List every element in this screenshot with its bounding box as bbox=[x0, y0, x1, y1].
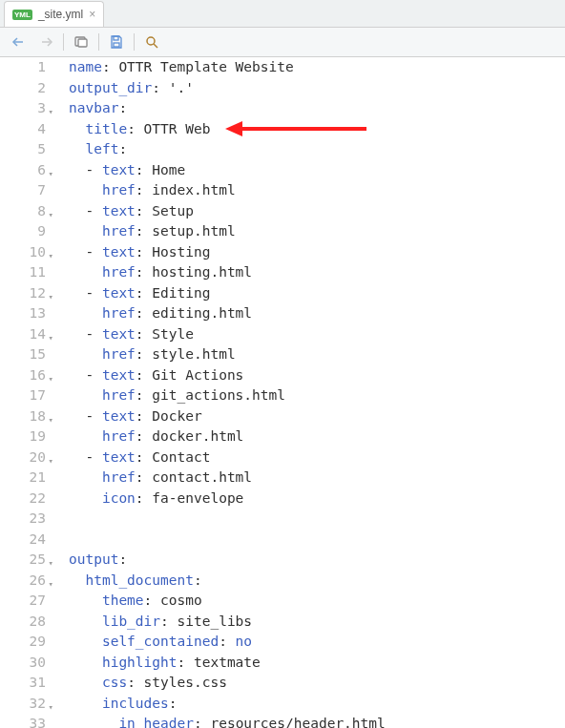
code-line[interactable]: - text: Style bbox=[69, 324, 386, 345]
line-number: 6▾ bbox=[0, 160, 46, 181]
line-number: 8▾ bbox=[0, 201, 46, 222]
line-number: 22 bbox=[0, 489, 46, 510]
code-line[interactable]: - text: Hosting bbox=[69, 242, 386, 263]
yml-file-icon: YML bbox=[12, 10, 32, 20]
fold-toggle-icon[interactable]: ▾ bbox=[49, 246, 53, 267]
code-line[interactable]: - text: Setup bbox=[69, 201, 386, 222]
line-number: 29 bbox=[0, 632, 46, 653]
line-number: 7 bbox=[0, 180, 46, 201]
code-line[interactable]: title: OTTR Web bbox=[69, 119, 386, 140]
close-tab-icon[interactable]: × bbox=[89, 8, 95, 21]
fold-toggle-icon[interactable]: ▾ bbox=[49, 369, 53, 390]
code-line[interactable]: - text: Git Actions bbox=[69, 365, 386, 386]
find-icon[interactable] bbox=[142, 32, 161, 52]
line-number: 4 bbox=[0, 119, 46, 140]
code-line[interactable]: navbar: bbox=[69, 98, 386, 119]
fold-toggle-icon[interactable]: ▾ bbox=[49, 287, 53, 308]
line-number: 1 bbox=[0, 57, 46, 78]
tab-filename: _site.yml bbox=[38, 8, 83, 21]
code-line[interactable]: output: bbox=[69, 550, 386, 571]
code-line[interactable]: href: style.html bbox=[69, 344, 386, 365]
line-number: 2 bbox=[0, 78, 46, 99]
line-number: 14▾ bbox=[0, 324, 46, 345]
code-line[interactable] bbox=[69, 509, 386, 530]
line-number: 32▾ bbox=[0, 694, 46, 715]
code-line[interactable]: highlight: textmate bbox=[69, 653, 386, 674]
line-number: 16▾ bbox=[0, 365, 46, 386]
line-number: 25▾ bbox=[0, 550, 46, 571]
code-line[interactable]: href: git_actions.html bbox=[69, 385, 386, 406]
save-icon[interactable] bbox=[107, 32, 126, 52]
fold-toggle-icon[interactable]: ▾ bbox=[49, 451, 53, 472]
line-number: 9 bbox=[0, 221, 46, 242]
code-line[interactable]: href: index.html bbox=[69, 180, 386, 201]
fold-toggle-icon[interactable]: ▾ bbox=[49, 410, 53, 431]
fold-toggle-icon[interactable]: ▾ bbox=[49, 102, 53, 123]
fold-toggle-icon[interactable]: ▾ bbox=[49, 328, 53, 349]
code-line[interactable]: lib_dir: site_libs bbox=[69, 612, 386, 633]
line-number: 28 bbox=[0, 612, 46, 633]
code-line[interactable]: - text: Docker bbox=[69, 406, 386, 427]
fold-toggle-icon[interactable]: ▾ bbox=[49, 697, 53, 718]
line-number: 26▾ bbox=[0, 571, 46, 592]
code-line[interactable]: name: OTTR Template Website bbox=[69, 57, 386, 78]
code-area[interactable]: name: OTTR Template Websiteoutput_dir: '… bbox=[52, 57, 386, 728]
code-line[interactable]: href: docker.html bbox=[69, 426, 386, 447]
code-line[interactable]: - text: Contact bbox=[69, 447, 386, 468]
line-number: 20▾ bbox=[0, 447, 46, 468]
code-line[interactable]: in_header: resources/header.html bbox=[69, 714, 386, 728]
line-number: 23 bbox=[0, 509, 46, 530]
gutter: 123▾456▾78▾910▾1112▾1314▾1516▾1718▾1920▾… bbox=[0, 57, 52, 728]
code-line[interactable]: self_contained: no bbox=[69, 632, 386, 653]
code-line[interactable]: href: setup.html bbox=[69, 221, 386, 242]
fold-toggle-icon[interactable]: ▾ bbox=[49, 574, 53, 595]
line-number: 13 bbox=[0, 303, 46, 324]
line-number: 24 bbox=[0, 530, 46, 551]
file-tab[interactable]: YML _site.yml × bbox=[4, 1, 104, 27]
line-number: 21 bbox=[0, 468, 46, 489]
code-line[interactable]: left: bbox=[69, 139, 386, 160]
line-number: 11 bbox=[0, 262, 46, 283]
code-line[interactable] bbox=[69, 530, 386, 551]
editor-toolbar bbox=[0, 28, 565, 57]
line-number: 27 bbox=[0, 591, 46, 612]
fold-toggle-icon[interactable]: ▾ bbox=[49, 164, 53, 185]
code-line[interactable]: href: hosting.html bbox=[69, 262, 386, 283]
svg-rect-2 bbox=[114, 36, 118, 40]
forward-icon[interactable] bbox=[36, 32, 55, 52]
code-line[interactable]: css: styles.css bbox=[69, 673, 386, 694]
line-number: 10▾ bbox=[0, 242, 46, 263]
toolbar-separator bbox=[134, 33, 135, 51]
code-line[interactable]: theme: cosmo bbox=[69, 591, 386, 612]
line-number: 31 bbox=[0, 673, 46, 694]
line-number: 19 bbox=[0, 426, 46, 447]
line-number: 3▾ bbox=[0, 98, 46, 119]
fold-toggle-icon[interactable]: ▾ bbox=[49, 205, 53, 226]
svg-rect-1 bbox=[78, 39, 87, 47]
svg-rect-3 bbox=[114, 43, 119, 47]
line-number: 33 bbox=[0, 714, 46, 728]
fold-toggle-icon[interactable]: ▾ bbox=[49, 553, 53, 574]
line-number: 18▾ bbox=[0, 406, 46, 427]
show-in-new-window-icon[interactable] bbox=[72, 32, 91, 52]
code-line[interactable]: includes: bbox=[69, 694, 386, 715]
back-icon[interactable] bbox=[10, 32, 29, 52]
svg-point-4 bbox=[147, 37, 155, 45]
code-line[interactable]: html_document: bbox=[69, 571, 386, 592]
annotation-arrow bbox=[225, 121, 366, 136]
line-number: 15 bbox=[0, 344, 46, 365]
tab-bar: YML _site.yml × bbox=[0, 0, 565, 28]
code-line[interactable]: icon: fa-envelope bbox=[69, 489, 386, 510]
toolbar-separator bbox=[63, 33, 64, 51]
toolbar-separator bbox=[98, 33, 99, 51]
editor: 123▾456▾78▾910▾1112▾1314▾1516▾1718▾1920▾… bbox=[0, 57, 565, 728]
code-line[interactable]: href: contact.html bbox=[69, 468, 386, 489]
line-number: 12▾ bbox=[0, 283, 46, 304]
code-line[interactable]: - text: Home bbox=[69, 160, 386, 181]
code-line[interactable]: output_dir: '.' bbox=[69, 78, 386, 99]
line-number: 17 bbox=[0, 385, 46, 406]
code-line[interactable]: href: editing.html bbox=[69, 303, 386, 324]
line-number: 5 bbox=[0, 139, 46, 160]
code-line[interactable]: - text: Editing bbox=[69, 283, 386, 304]
line-number: 30 bbox=[0, 653, 46, 674]
